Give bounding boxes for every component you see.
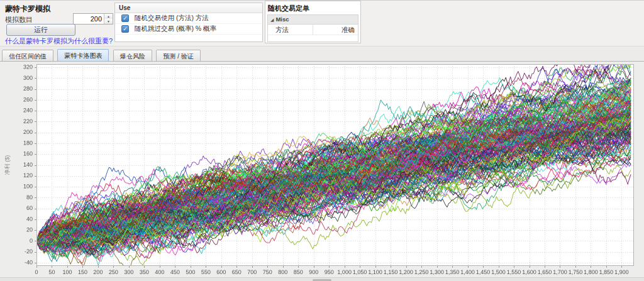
checkbox-random-skip-trade[interactable]: ✓	[121, 25, 129, 33]
property-value: 准确	[313, 25, 358, 35]
page-title: 蒙特卡罗模拟	[5, 4, 50, 14]
expander-icon: ◢	[270, 18, 274, 22]
tab-strip: 信任区间的值 蒙特卡洛图表 爆仓风险 预测 / 验证	[0, 47, 644, 61]
stepper-buttons: ▲ ▼	[104, 14, 113, 24]
use-option-row: ✓ 随机交易使用 (方法) 方法	[115, 13, 262, 24]
bottom-splitter[interactable]	[0, 277, 644, 281]
sim-count-label: 模拟数目	[5, 15, 33, 25]
property-grid: ◢Misc 方法 准确	[267, 14, 358, 42]
help-link[interactable]: 什么是蒙特卡罗模拟为什么很重要?	[5, 36, 113, 46]
toolbar: 蒙特卡罗模拟 模拟数目 ▲ ▼ 运行 什么是蒙特卡罗模拟为什么很重要? Use …	[0, 1, 644, 47]
monte-carlo-chart-panel	[0, 61, 644, 277]
run-button[interactable]: 运行	[6, 24, 75, 36]
sim-count-stepper[interactable]: ▲ ▼	[73, 13, 113, 25]
sim-count-input[interactable]	[74, 14, 104, 24]
property-group-label: Misc	[275, 16, 289, 23]
use-options-panel: Use ✓ 随机交易使用 (方法) 方法 ✓ 随机跳过交易 (概率) % 概率	[114, 3, 263, 42]
property-group-misc[interactable]: ◢Misc	[268, 15, 358, 25]
monte-carlo-chart-canvas	[0, 62, 644, 278]
property-row-method[interactable]: 方法 准确	[268, 25, 358, 35]
random-order-panel-title: 随机交易定单	[265, 1, 360, 14]
use-option-label: 随机交易使用 (方法) 方法	[135, 14, 209, 23]
stepper-up-icon[interactable]: ▲	[104, 14, 113, 19]
checkbox-random-trade-method[interactable]: ✓	[121, 14, 129, 22]
random-order-panel: 随机交易定单 ◢Misc 方法 准确	[265, 1, 361, 43]
property-name: 方法	[268, 25, 313, 35]
monte-carlo-simulation-window: 蒙特卡罗模拟 模拟数目 ▲ ▼ 运行 什么是蒙特卡罗模拟为什么很重要? Use …	[0, 0, 644, 281]
use-option-label: 随机跳过交易 (概率) % 概率	[135, 25, 216, 33]
use-panel-header: Use	[115, 3, 262, 13]
stepper-down-icon[interactable]: ▼	[104, 19, 113, 24]
use-option-row: ✓ 随机跳过交易 (概率) % 概率	[115, 24, 262, 35]
